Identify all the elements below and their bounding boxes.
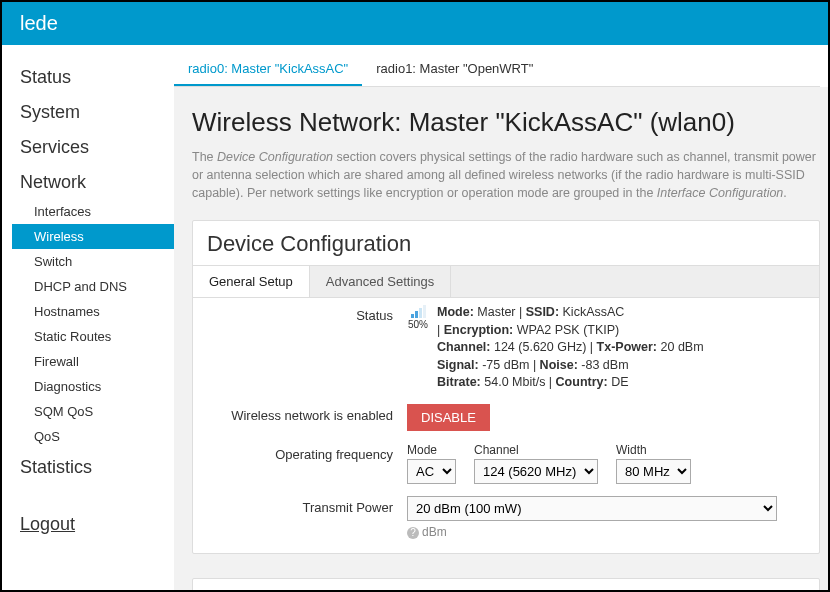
txpower-select[interactable]: 20 dBm (100 mW) [407,496,777,521]
nav-switch[interactable]: Switch [12,249,174,274]
logout-link[interactable]: Logout [12,506,174,541]
page-description: The Device Configuration section covers … [192,148,822,202]
mode-select[interactable]: AC [407,459,456,484]
radio-tab-0[interactable]: radio0: Master "KickAssAC" [174,53,362,86]
nav-wireless[interactable]: Wireless [12,224,182,249]
nav-diagnostics[interactable]: Diagnostics [12,374,174,399]
freq-label: Operating frequency [207,443,407,462]
nav-network[interactable]: Network [12,164,174,199]
tab-advanced-settings[interactable]: Advanced Settings [310,266,451,297]
signal-strength-icon: 50% [407,304,429,330]
device-section-title: Device Configuration [193,221,819,265]
txpower-help: ?dBm [407,525,805,539]
interface-configuration-section: Interface Configuration General Setup Wi… [192,578,820,591]
nav-firewall[interactable]: Firewall [12,349,174,374]
enable-label: Wireless network is enabled [207,404,407,423]
enable-row: Wireless network is enabled DISABLE [193,398,819,437]
nav-status[interactable]: Status [12,59,174,94]
help-icon: ? [407,527,419,539]
nav-interfaces[interactable]: Interfaces [12,199,174,224]
channel-select[interactable]: 124 (5620 MHz) [474,459,598,484]
content-area: radio0: Master "KickAssAC" radio1: Maste… [174,45,828,591]
nav-system[interactable]: System [12,94,174,129]
disable-button[interactable]: DISABLE [407,404,490,431]
iface-section-title: Interface Configuration [193,579,819,591]
status-label: Status [207,304,407,323]
nav-dhcp-dns[interactable]: DHCP and DNS [12,274,174,299]
device-tabs: General Setup Advanced Settings [193,265,819,298]
nav-services[interactable]: Services [12,129,174,164]
status-row: Status 50% Mode: Master | SSID: KickAssA… [193,298,819,398]
nav-static-routes[interactable]: Static Routes [12,324,174,349]
radio-tabs: radio0: Master "KickAssAC" radio1: Maste… [174,53,820,87]
nav-statistics[interactable]: Statistics [12,449,174,484]
tab-general-setup[interactable]: General Setup [193,266,310,297]
nav-hostnames[interactable]: Hostnames [12,299,174,324]
page-title: Wireless Network: Master "KickAssAC" (wl… [192,107,828,138]
nav-sqm-qos[interactable]: SQM QoS [12,399,174,424]
transmit-power-row: Transmit Power 20 dBm (100 mW) ?dBm [193,490,819,545]
width-caption: Width [616,443,691,457]
width-select[interactable]: 80 MHz [616,459,691,484]
txpower-label: Transmit Power [207,496,407,515]
signal-percent: 50% [408,319,428,330]
radio-tab-1[interactable]: radio1: Master "OpenWRT" [362,53,547,86]
nav-qos[interactable]: QoS [12,424,174,449]
app-header: lede [2,2,828,45]
device-configuration-section: Device Configuration General Setup Advan… [192,220,820,554]
operating-frequency-row: Operating frequency Mode AC Channel 124 … [193,437,819,490]
mode-caption: Mode [407,443,456,457]
status-text: Mode: Master | SSID: KickAssAC | Encrypt… [437,304,704,392]
sidebar: Status System Services Network Interface… [2,45,174,591]
channel-caption: Channel [474,443,598,457]
brand-label: lede [20,12,58,34]
